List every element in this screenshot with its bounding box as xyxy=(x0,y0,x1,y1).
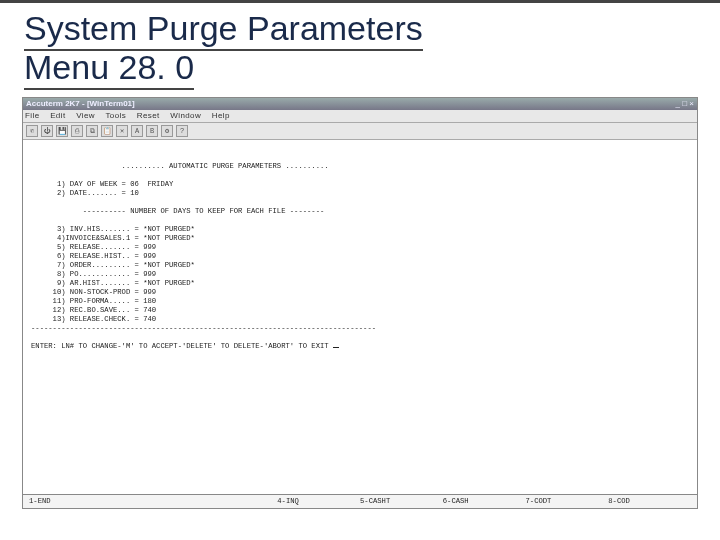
help-icon[interactable]: ? xyxy=(176,125,188,137)
param-line: 10) NON-STOCK-PROD = 999 xyxy=(53,288,157,296)
param-line: 2) DATE....... = 10 xyxy=(57,189,139,197)
terminal-window: Accuterm 2K7 - [WinTerm01] _ □ × File Ed… xyxy=(22,97,698,509)
menu-reset[interactable]: Reset xyxy=(137,111,160,120)
slide-title-line2: Menu 28. 0 xyxy=(24,48,194,86)
menu-edit[interactable]: Edit xyxy=(50,111,65,120)
menu-file[interactable]: File xyxy=(25,111,40,120)
blank-line xyxy=(31,153,35,161)
window-menubar: File Edit View Tools Reset Window Help xyxy=(23,110,697,123)
fkey-6[interactable]: 6-CASH xyxy=(443,497,526,506)
menu-help[interactable]: Help xyxy=(212,111,230,120)
param-line: 3) INV.HIS....... = *NOT PURGED* xyxy=(57,225,195,233)
window-toolbar: ✆ ⏻ 💾 ⎙ ⧉ 📋 ✕ A B ⚙ ? xyxy=(23,123,697,140)
prompt-text: ENTER: LN# TO CHANGE-'M' TO ACCEPT-'DELE… xyxy=(31,342,333,350)
disconnect-icon[interactable]: ⏻ xyxy=(41,125,53,137)
param-line: 11) PRO-FORMA..... = 180 xyxy=(53,297,157,305)
menu-window[interactable]: Window xyxy=(170,111,201,120)
menu-view[interactable]: View xyxy=(76,111,95,120)
divider: ----------------------------------------… xyxy=(31,324,376,332)
window-titlebar: Accuterm 2K7 - [WinTerm01] _ □ × xyxy=(23,98,697,110)
fkey-7[interactable]: 7-CODT xyxy=(526,497,609,506)
window-title: Accuterm 2K7 - [WinTerm01] xyxy=(26,99,135,109)
slide-title-line1: System Purge Parameters xyxy=(24,9,423,47)
param-line: 13) RELEASE.CHECK. = 740 xyxy=(53,315,157,323)
function-key-row: 1-END 4-INQ 5-CASHT 6-CASH 7-CODT 8-COD xyxy=(23,494,697,508)
fkey-5[interactable]: 5-CASHT xyxy=(360,497,443,506)
banner-text: .......... AUTOMATIC PURGE PARAMETERS ..… xyxy=(122,162,329,170)
a-icon[interactable]: A xyxy=(131,125,143,137)
window-controls[interactable]: _ □ × xyxy=(676,99,694,109)
fkey-8[interactable]: 8-COD xyxy=(608,497,691,506)
param-line: 7) ORDER......... = *NOT PURGED* xyxy=(57,261,195,269)
settings-icon[interactable]: ⚙ xyxy=(161,125,173,137)
menu-tools[interactable]: Tools xyxy=(105,111,126,120)
print-icon[interactable]: ⎙ xyxy=(71,125,83,137)
param-line: 8) PO............ = 999 xyxy=(57,270,156,278)
param-line: 5) RELEASE....... = 999 xyxy=(57,243,156,251)
param-line: 12) REC.BO.SAVE... = 740 xyxy=(53,306,157,314)
fkey-blank xyxy=(195,497,278,506)
fkey-blank xyxy=(112,497,195,506)
save-icon[interactable]: 💾 xyxy=(56,125,68,137)
clear-icon[interactable]: ✕ xyxy=(116,125,128,137)
param-line: 1) DAY OF WEEK = 06 FRIDAY xyxy=(57,180,173,188)
cursor[interactable] xyxy=(333,347,339,348)
terminal-body[interactable]: .......... AUTOMATIC PURGE PARAMETERS ..… xyxy=(23,140,697,494)
paste-icon[interactable]: 📋 xyxy=(101,125,113,137)
param-line: 6) RELEASE.HIST.. = 999 xyxy=(57,252,156,260)
subheader: ---------- NUMBER OF DAYS TO KEEP FOR EA… xyxy=(83,207,325,215)
copy-icon[interactable]: ⧉ xyxy=(86,125,98,137)
slide-title: System Purge Parameters Menu 28. 0 xyxy=(0,0,720,91)
param-line: 4)INVOICE&SALES.1 = *NOT PURGED* xyxy=(57,234,195,242)
b-icon[interactable]: B xyxy=(146,125,158,137)
fkey-1[interactable]: 1-END xyxy=(29,497,112,506)
connect-icon[interactable]: ✆ xyxy=(26,125,38,137)
param-line: 9) AR.HIST....... = *NOT PURGED* xyxy=(57,279,195,287)
fkey-4[interactable]: 4-INQ xyxy=(277,497,360,506)
prompt-line: ENTER: LN# TO CHANGE-'M' TO ACCEPT-'DELE… xyxy=(31,342,339,350)
